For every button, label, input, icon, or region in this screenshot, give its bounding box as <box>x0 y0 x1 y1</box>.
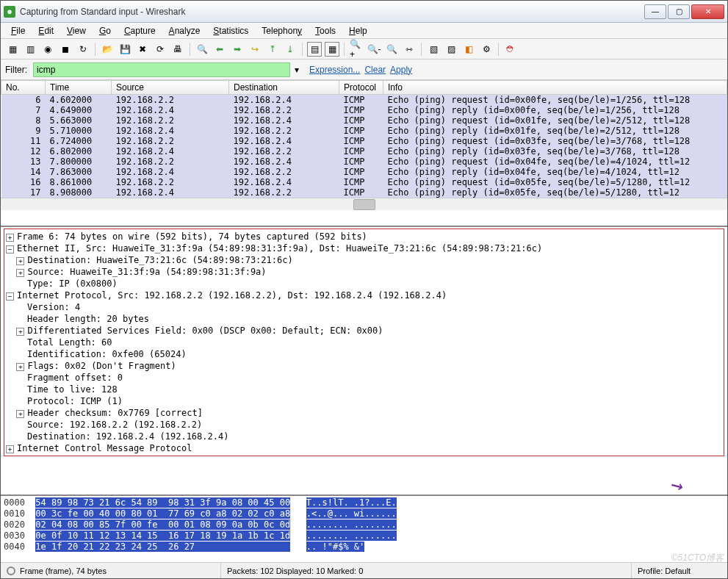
stop-icon[interactable]: ◼ <box>58 42 73 57</box>
menu-capture[interactable]: Capture <box>118 24 162 37</box>
table-row[interactable]: 147.863000192.168.2.4192.168.2.2ICMPEcho… <box>1 167 727 177</box>
table-row[interactable]: 116.724000192.168.2.2192.168.2.4ICMPEcho… <box>1 136 727 146</box>
expand-icon[interactable]: + <box>16 410 24 418</box>
menu-statistics[interactable]: Statistics <box>207 24 254 37</box>
expand-icon[interactable]: + <box>16 257 24 265</box>
collapse-icon[interactable]: − <box>6 245 14 253</box>
capture-filter-icon[interactable]: ▧ <box>426 42 441 57</box>
menu-file[interactable]: File <box>5 24 31 37</box>
reload-icon[interactable]: ⟳ <box>153 42 167 57</box>
autoscroll-icon[interactable]: ▦ <box>325 42 339 57</box>
close-button[interactable]: ✕ <box>691 4 724 19</box>
detail-ip-tlen[interactable]: Total Length: 60 <box>4 337 724 348</box>
hex-line[interactable]: 0000 54 89 98 73 21 6c 54 89 98 31 3f 9a… <box>4 497 724 508</box>
back-icon[interactable]: ⬅ <box>212 42 227 57</box>
scroll-thumb[interactable] <box>353 199 375 210</box>
expand-icon[interactable]: + <box>16 269 24 277</box>
help-icon[interactable]: ⛑ <box>503 42 518 57</box>
detail-ip-foff[interactable]: Fragment offset: 0 <box>4 372 724 384</box>
detail-frame[interactable]: +Frame 6: 74 bytes on wire (592 bits), 7… <box>4 231 724 242</box>
detail-ip-proto[interactable]: Protocol: ICMP (1) <box>4 395 724 407</box>
detail-ip-ttl[interactable]: Time to live: 128 <box>4 384 724 395</box>
minimize-button[interactable]: — <box>644 4 666 19</box>
menu-telephony[interactable]: Telephony <box>256 24 308 37</box>
col-proto[interactable]: Protocol <box>339 81 383 95</box>
detail-ip[interactable]: −Internet Protocol, Src: 192.168.2.2 (19… <box>4 290 724 301</box>
expand-icon[interactable]: + <box>6 234 14 242</box>
print-icon[interactable]: 🖶 <box>170 42 185 57</box>
start-icon[interactable]: ◉ <box>40 42 55 57</box>
coloring-rules-icon[interactable]: ◧ <box>461 42 476 57</box>
zoom-100-icon[interactable]: 🔍 <box>384 42 399 57</box>
apply-link[interactable]: Apply <box>390 65 412 75</box>
detail-eth-dst[interactable]: +Destination: HuaweiTe_73:21:6c (54:89:9… <box>4 254 724 266</box>
detail-ip-hlen[interactable]: Header length: 20 bytes <box>4 313 724 325</box>
detail-eth-type[interactable]: Type: IP (0x0800) <box>4 278 724 290</box>
filter-dropdown-icon[interactable]: ▾ <box>295 65 305 75</box>
detail-ip-src[interactable]: Source: 192.168.2.2 (192.168.2.2) <box>4 419 724 431</box>
detail-ip-ver[interactable]: Version: 4 <box>4 301 724 313</box>
col-source[interactable]: Source <box>112 81 229 95</box>
packet-details-pane[interactable]: +Frame 6: 74 bytes on wire (592 bits), 7… <box>1 227 727 496</box>
detail-ip-flags[interactable]: +Flags: 0x02 (Don't Fragment) <box>4 360 724 372</box>
table-row[interactable]: 137.800000192.168.2.2192.168.2.4ICMPEcho… <box>1 157 727 167</box>
packet-list-pane[interactable]: No. Time Source Destination Protocol Inf… <box>1 80 727 227</box>
menu-help[interactable]: Help <box>343 24 373 37</box>
table-row[interactable]: 85.663000192.168.2.2192.168.2.4ICMPEcho … <box>1 115 727 126</box>
restart-icon[interactable]: ↻ <box>76 42 90 57</box>
find-icon[interactable]: 🔍 <box>195 42 209 57</box>
col-info[interactable]: Info <box>383 81 727 95</box>
expand-icon[interactable]: + <box>6 445 14 453</box>
goto-icon[interactable]: ↪ <box>248 42 262 57</box>
display-filter-icon[interactable]: ▨ <box>444 42 458 57</box>
status-profile[interactable]: Profile: Default <box>632 563 727 578</box>
forward-icon[interactable]: ➡ <box>230 42 245 57</box>
hex-line[interactable]: 0040 1e 1f 20 21 22 23 24 25 26 27 .. !"… <box>4 542 724 553</box>
hex-line[interactable]: 0010 00 3c fe 00 40 00 80 01 77 69 c0 a8… <box>4 508 724 519</box>
clear-link[interactable]: Clear <box>364 65 386 75</box>
filter-input[interactable] <box>33 62 290 77</box>
expression-link[interactable]: Expression... <box>309 65 360 75</box>
detail-eth[interactable]: −Ethernet II, Src: HuaweiTe_31:3f:9a (54… <box>4 242 724 254</box>
prefs-icon[interactable]: ⚙ <box>479 42 494 57</box>
table-row[interactable]: 74.649000192.168.2.4192.168.2.2ICMPEcho … <box>1 105 727 115</box>
resize-cols-icon[interactable]: ⇿ <box>402 42 417 57</box>
interfaces-icon[interactable]: ▦ <box>5 42 20 57</box>
menu-tools[interactable]: Tools <box>309 24 342 37</box>
table-row[interactable]: 168.861000192.168.2.2192.168.2.4ICMPEcho… <box>1 177 727 187</box>
table-row[interactable]: 126.802000192.168.2.4192.168.2.2ICMPEcho… <box>1 146 727 157</box>
col-dest[interactable]: Destination <box>229 81 339 95</box>
menu-analyze[interactable]: Analyze <box>163 24 206 37</box>
hscrollbar[interactable] <box>1 198 727 210</box>
collapse-icon[interactable]: − <box>6 292 14 301</box>
last-icon[interactable]: ⤓ <box>283 42 298 57</box>
options-icon[interactable]: ▥ <box>23 42 37 57</box>
hex-line[interactable]: 0020 02 04 08 00 85 7f 00 fe 00 01 08 09… <box>4 519 724 531</box>
menu-edit[interactable]: Edit <box>32 24 60 37</box>
menu-view[interactable]: View <box>61 24 92 37</box>
zoom-in-icon[interactable]: 🔍+ <box>349 42 364 57</box>
open-icon[interactable]: 📂 <box>100 42 115 57</box>
save-icon[interactable]: 💾 <box>118 42 132 57</box>
menu-go[interactable]: Go <box>93 24 117 37</box>
col-time[interactable]: Time <box>46 81 112 95</box>
detail-ip-id[interactable]: Identification: 0xfe00 (65024) <box>4 348 724 360</box>
maximize-button[interactable]: ▢ <box>668 4 690 19</box>
table-row[interactable]: 64.602000192.168.2.2192.168.2.4ICMPEcho … <box>1 95 727 106</box>
detail-eth-src[interactable]: +Source: HuaweiTe_31:3f:9a (54:89:98:31:… <box>4 266 724 278</box>
close-file-icon[interactable]: ✖ <box>135 42 150 57</box>
packet-bytes-pane[interactable]: 0000 54 89 98 73 21 6c 54 89 98 31 3f 9a… <box>1 496 727 562</box>
detail-ip-cksum[interactable]: +Header checksum: 0x7769 [correct] <box>4 407 724 419</box>
expand-icon[interactable]: + <box>16 363 24 371</box>
col-no[interactable]: No. <box>1 81 46 95</box>
zoom-out-icon[interactable]: 🔍- <box>367 42 381 57</box>
colorize-icon[interactable]: ▤ <box>307 42 322 57</box>
first-icon[interactable]: ⤒ <box>265 42 280 57</box>
detail-ip-dst[interactable]: Destination: 192.168.2.4 (192.168.2.4) <box>4 431 724 442</box>
hex-line[interactable]: 0030 0e 0f 10 11 12 13 14 15 16 17 18 19… <box>4 531 724 542</box>
detail-ip-dsf[interactable]: +Differentiated Services Field: 0x00 (DS… <box>4 325 724 337</box>
expert-indicator-icon[interactable] <box>7 567 15 575</box>
table-row[interactable]: 95.710000192.168.2.4192.168.2.2ICMPEcho … <box>1 126 727 136</box>
expand-icon[interactable]: + <box>16 328 24 336</box>
table-row[interactable]: 178.908000192.168.2.4192.168.2.2ICMPEcho… <box>1 187 727 198</box>
